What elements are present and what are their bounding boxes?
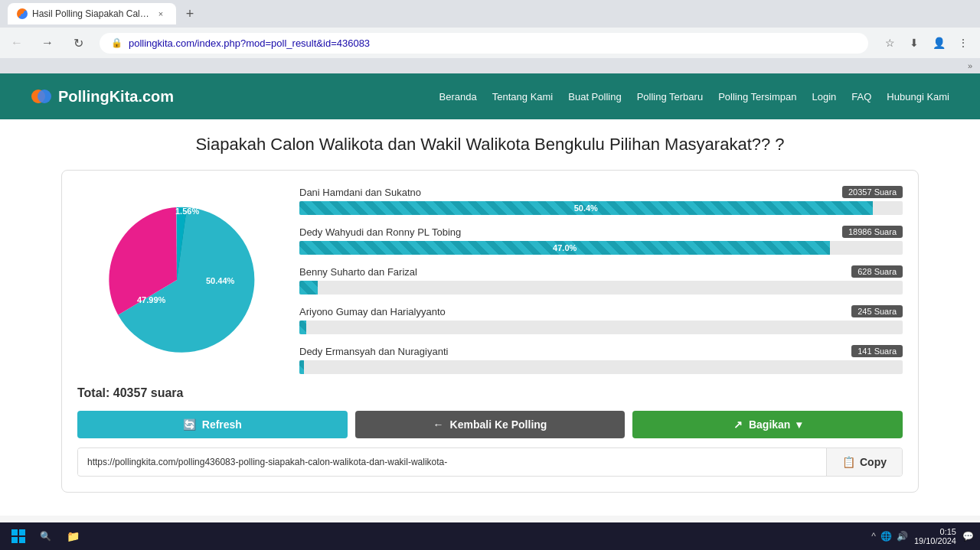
forward-button[interactable]: → [38,34,57,52]
back-button[interactable]: ← [8,34,26,52]
extensions-bar: » [0,58,980,73]
bar-label-2: 47.0% [553,243,577,252]
nav-tersimpan[interactable]: Polling Tersimpan [718,91,796,103]
back-label: Kembali Ke Polling [450,418,547,431]
tab-title: Hasil Polling Siapakah Calon W [32,8,150,19]
profile-button[interactable]: 👤 [929,34,948,52]
vote-badge-1: 20357 Suara [842,186,903,198]
total-label: Total: 40357 suara [77,386,183,399]
candidate-name-1: Dani Hamdani dan Sukatno [299,187,421,198]
back-button[interactable]: ← Kembali Ke Polling [355,411,626,438]
bar-label-1: 50.4% [574,203,598,213]
bar-fill-3: 1.6% [299,281,318,295]
copy-label: Copy [860,456,887,468]
chart-container: 50.44% 47.99% 1.56% [77,186,276,374]
pie-chart: 50.44% 47.99% 1.56% [85,196,269,364]
menu-button[interactable]: ⋮ [954,34,972,52]
new-tab-button[interactable]: + [179,3,201,24]
bar-track-1: 50.4% [299,201,903,215]
vote-badge-4: 245 Suara [851,305,903,317]
vote-badge-5: 141 Suara [851,345,903,357]
share-dropdown-icon: ▾ [796,418,802,431]
lock-icon: 🔒 [111,37,122,48]
refresh-button[interactable]: 🔄 Refresh [77,411,348,438]
logo-icon [31,86,52,107]
site-navigation: PollingKita.com Beranda Tentang Kami Bua… [0,73,980,119]
result-header-3: Benny Suharto dan Farizal 628 Suara [299,265,903,278]
copy-icon: 📋 [842,456,855,468]
pie-label-2: 47.99% [137,295,166,304]
nav-faq[interactable]: FAQ [851,91,871,103]
pie-label-1: 50.44% [206,276,235,285]
back-icon: ← [433,418,444,431]
bookmark-button[interactable]: ☆ [880,34,899,52]
browser-title-bar: Hasil Polling Siapakah Calon W × + [0,0,980,28]
browser-controls: ← → ↻ 🔒 pollingkita.com/index.php?mod=po… [0,28,980,58]
poll-card: 50.44% 47.99% 1.56% Dani Hamdani dan Suk… [61,170,919,493]
result-header-1: Dani Hamdani dan Sukatno 20357 Suara [299,186,903,198]
pie-label-3: 1.56% [175,207,199,216]
result-item-4: Ariyono Gumay dan Harialyyanto 245 Suara [299,305,903,334]
candidate-name-2: Dedy Wahyudi dan Ronny PL Tobing [299,226,461,238]
bar-track-4 [299,321,903,334]
url-text: pollingkita.com/index.php?mod=poll_resul… [129,37,857,49]
result-item-3: Benny Suharto dan Farizal 628 Suara 1.6% [299,265,903,295]
total-section: Total: 40357 suara [77,386,903,400]
result-item-1: Dani Hamdani dan Sukatno 20357 Suara 50.… [299,186,903,215]
candidate-name-3: Benny Suharto dan Farizal [299,266,417,278]
vote-badge-3: 628 Suara [851,265,903,278]
browser-tab[interactable]: Hasil Polling Siapakah Calon W × [8,3,176,24]
browser-chrome: Hasil Polling Siapakah Calon W × + ← → ↻… [0,0,980,73]
download-button[interactable]: ⬇ [905,34,923,52]
result-header-4: Ariyono Gumay dan Harialyyanto 245 Suara [299,305,903,317]
page-title: Siapakah Calon Walikota dan Wakil Waliko… [61,135,919,155]
reload-button[interactable]: ↻ [69,34,87,52]
nav-beranda[interactable]: Beranda [439,91,477,103]
poll-results-row: 50.44% 47.99% 1.56% Dani Hamdani dan Suk… [77,186,903,374]
nav-hubungi[interactable]: Hubungi Kami [887,91,949,103]
nav-terbaru[interactable]: Polling Terbaru [637,91,703,103]
share-button[interactable]: ↗ Bagikan ▾ [632,411,903,438]
address-bar[interactable]: 🔒 pollingkita.com/index.php?mod=poll_res… [100,33,868,54]
share-label: Bagikan [749,418,790,431]
bar-track-3: 1.6% [299,281,903,295]
result-item-5: Dedy Ermansyah dan Nuragiyanti 141 Suara [299,345,903,374]
copy-row: 📋 Copy [77,447,903,477]
bar-fill-5 [299,360,304,374]
svg-point-1 [38,89,51,103]
nav-links: Beranda Tentang Kami Buat Polling Pollin… [439,91,949,103]
browser-actions: ☆ ⬇ 👤 ⋮ [880,34,972,52]
logo-text: PollingKita.com [58,88,174,106]
nav-login[interactable]: Login [812,91,837,103]
nav-tentang[interactable]: Tentang Kami [492,91,554,103]
bar-fill-1: 50.4% [299,201,873,215]
bar-track-2: 47.0% [299,241,903,255]
vote-badge-2: 18986 Suara [842,226,903,238]
result-header-2: Dedy Wahyudi dan Ronny PL Tobing 18986 S… [299,226,903,238]
candidate-name-5: Dedy Ermansyah dan Nuragiyanti [299,346,448,357]
refresh-label: Refresh [202,418,242,431]
results-list: Dani Hamdani dan Sukatno 20357 Suara 50.… [299,186,903,374]
share-icon: ↗ [733,418,743,431]
refresh-icon: 🔄 [183,418,196,431]
action-buttons: 🔄 Refresh ← Kembali Ke Polling ↗ Bagikan… [77,411,903,438]
tab-favicon [17,8,28,19]
copy-url-input[interactable] [78,449,826,475]
result-item-2: Dedy Wahyudi dan Ronny PL Tobing 18986 S… [299,226,903,255]
main-content: Siapakah Calon Walikota dan Wakil Waliko… [0,119,980,516]
bar-fill-4 [299,321,306,334]
extensions-arrow: » [968,61,972,70]
copy-button[interactable]: 📋 Copy [826,448,902,476]
result-header-5: Dedy Ermansyah dan Nuragiyanti 141 Suara [299,345,903,357]
bar-track-5 [299,360,903,374]
nav-buat[interactable]: Buat Polling [568,91,621,103]
tab-close-button[interactable]: × [155,8,167,20]
bar-fill-2: 47.0% [299,241,830,255]
site-logo: PollingKita.com [31,86,174,107]
candidate-name-4: Ariyono Gumay dan Harialyyanto [299,306,446,317]
